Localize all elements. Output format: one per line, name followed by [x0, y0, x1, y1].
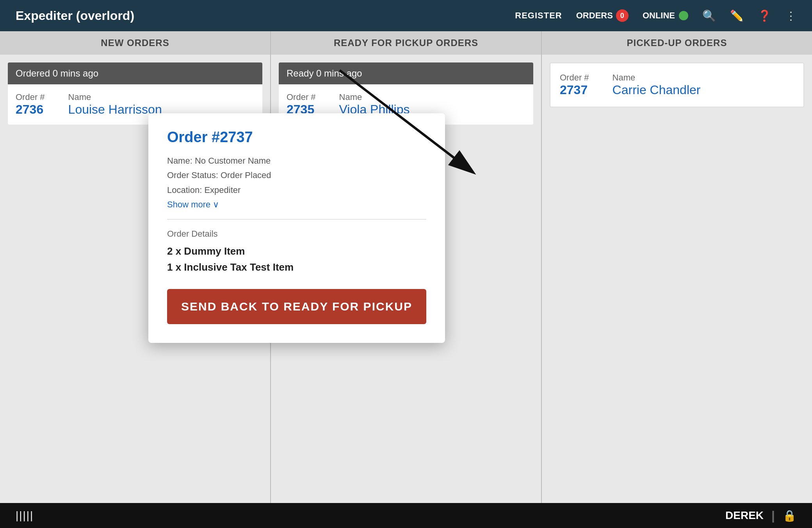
popup-item-2: 1 x Inclusive Tax Test Item — [167, 261, 426, 273]
picked-up-column-header: PICKED-UP ORDERS — [542, 31, 812, 55]
show-more-button[interactable]: Show more ∨ — [167, 200, 219, 210]
picked-up-column: Order # 2737 Name Carrie Chandler — [542, 55, 812, 503]
send-back-button[interactable]: SEND BACK TO READY FOR PICKUP — [167, 289, 426, 324]
help-icon[interactable]: ❓ — [758, 9, 771, 22]
new-order-number-label: Order # — [16, 92, 45, 102]
app-header: Expediter (overlord) REGISTER ORDERS 0 O… — [0, 0, 812, 31]
header-controls: REGISTER ORDERS 0 ONLINE 🔍 ✏️ ❓ ⋮ — [515, 9, 796, 22]
ready-order-name-label: Name — [339, 92, 410, 102]
columns-header: NEW ORDERS READY FOR PICKUP ORDERS PICKE… — [0, 31, 812, 55]
more-icon[interactable]: ⋮ — [785, 9, 796, 22]
ready-order-number-label: Order # — [287, 92, 316, 102]
pickedup-order-number: 2737 — [560, 83, 589, 97]
online-label: ONLINE — [643, 11, 675, 21]
new-order-name-label: Name — [68, 92, 162, 102]
popup-order-title: Order #2737 — [167, 129, 426, 146]
popup-item-1: 2 x Dummy Item — [167, 245, 426, 257]
pickedup-order-name: Carrie Chandler — [613, 83, 701, 97]
popup-location-label: Location: — [167, 185, 202, 195]
popup-status-value: Order Placed — [221, 170, 271, 180]
picked-up-card[interactable]: Order # 2737 Name Carrie Chandler — [550, 62, 804, 107]
orders-count: 0 — [616, 9, 629, 22]
online-dot — [679, 11, 688, 20]
register-button[interactable]: REGISTER — [515, 11, 562, 21]
popup-location-value: Expediter — [204, 185, 240, 195]
new-order-name: Louise Harrisson — [68, 102, 162, 117]
popup-name-label: Name: — [167, 156, 192, 166]
footer-right: DEREK | 🔒 — [725, 508, 796, 523]
search-icon[interactable]: 🔍 — [702, 9, 716, 22]
new-order-number: 2736 — [16, 102, 45, 117]
orders-label: ORDERS — [576, 11, 613, 21]
order-detail-popup[interactable]: Order #2737 Name: No Customer Name Order… — [148, 113, 445, 343]
popup-details-label: Order Details — [167, 229, 426, 239]
popup-name-value: No Customer Name — [195, 156, 271, 166]
ready-order-time-header: Ready 0 mins ago — [279, 62, 533, 84]
popup-divider — [167, 219, 426, 219]
lock-icon[interactable]: 🔒 — [783, 509, 796, 522]
new-orders-column-header: NEW ORDERS — [0, 31, 271, 55]
footer-divider: | — [771, 508, 775, 523]
popup-status-label: Order Status: — [167, 170, 218, 180]
chevron-down-icon: ∨ — [213, 200, 219, 210]
online-status: ONLINE — [643, 11, 688, 21]
app-title: Expediter (overlord) — [16, 9, 515, 23]
footer-user-name: DEREK — [725, 509, 764, 522]
app-footer: ||||| DEREK | 🔒 — [0, 503, 812, 528]
popup-meta: Name: No Customer Name Order Status: Ord… — [167, 153, 426, 197]
orders-badge[interactable]: ORDERS 0 — [576, 9, 629, 22]
pickedup-order-name-label: Name — [613, 73, 701, 83]
pickedup-order-number-label: Order # — [560, 73, 589, 83]
pencil-icon[interactable]: ✏️ — [730, 9, 744, 22]
ready-pickup-column-header: READY FOR PICKUP ORDERS — [271, 31, 542, 55]
new-order-time-header: Ordered 0 mins ago — [8, 62, 262, 84]
barcode-symbol: ||||| — [16, 509, 34, 522]
